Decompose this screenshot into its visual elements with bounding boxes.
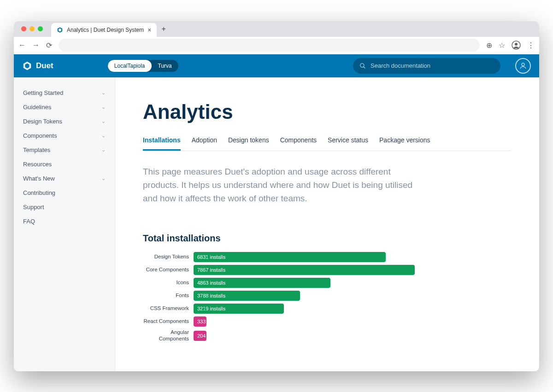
- tab-components[interactable]: Components: [280, 136, 317, 151]
- window-controls: [18, 26, 47, 31]
- favicon-icon: [57, 27, 63, 33]
- chart-bar: 7867 installs: [194, 265, 415, 275]
- tab-installations[interactable]: Installations: [143, 136, 181, 151]
- browser-window: Analytics | Duet Design System × + ← → ⟳…: [14, 21, 539, 371]
- main-content: Analytics InstallationsAdoptionDesign to…: [115, 77, 539, 371]
- search-icon: [359, 63, 366, 69]
- menu-icon[interactable]: ⋮: [527, 41, 535, 50]
- installations-chart: Design Tokens6831 installsCore Component…: [143, 252, 512, 342]
- logo-text: Duet: [36, 61, 53, 70]
- sidebar-item-label: Resources: [23, 161, 52, 168]
- tab-package-versions[interactable]: Package versions: [379, 136, 430, 151]
- maximize-window-icon[interactable]: [38, 26, 43, 31]
- sidebar-item-contributing[interactable]: Contributing: [14, 186, 115, 200]
- browser-tab[interactable]: Analytics | Duet Design System ×: [51, 23, 157, 37]
- reload-icon[interactable]: ⟳: [46, 41, 52, 50]
- close-tab-icon[interactable]: ×: [147, 26, 151, 34]
- sidebar-item-label: Design Tokens: [23, 118, 62, 125]
- chevron-down-icon: ⌄: [101, 133, 106, 139]
- browser-toolbar: ← → ⟳ ⊕ ☆ ⋮: [14, 37, 539, 54]
- chart-bar: 3219 installs: [194, 304, 284, 314]
- sidebar-item-guidelines[interactable]: Guidelines⌄: [14, 100, 115, 114]
- bookmark-icon[interactable]: ☆: [499, 41, 505, 50]
- search-placeholder: Search documentation: [371, 62, 430, 69]
- chart-row: Angular Components204: [143, 329, 512, 342]
- tab-design-tokens[interactable]: Design tokens: [228, 136, 269, 151]
- chart-bar: 204: [194, 331, 206, 341]
- new-tab-button[interactable]: +: [161, 25, 165, 33]
- user-icon: [519, 62, 527, 70]
- tab-adoption[interactable]: Adoption: [192, 136, 217, 151]
- sidebar-item-label: Components: [23, 132, 57, 139]
- chart-row: Design Tokens6831 installs: [143, 252, 512, 262]
- svg-point-4: [522, 63, 524, 66]
- chart-row: Icons4863 installs: [143, 278, 512, 288]
- content-tabs: InstallationsAdoptionDesign tokensCompon…: [143, 136, 512, 151]
- sidebar-item-label: Guidelines: [23, 104, 51, 111]
- sidebar-item-label: Support: [23, 204, 44, 211]
- sidebar-item-label: Templates: [23, 146, 50, 153]
- toggle-localtapiola[interactable]: LocalTapiola: [108, 60, 152, 72]
- chart-bar: 4863 installs: [194, 278, 330, 288]
- minimize-window-icon[interactable]: [29, 26, 35, 31]
- chart-row: React Components333: [143, 316, 512, 327]
- chevron-down-icon: ⌄: [101, 90, 106, 96]
- chevron-down-icon: ⌄: [101, 118, 106, 124]
- sidebar-item-support[interactable]: Support: [14, 200, 115, 214]
- user-avatar[interactable]: [515, 58, 531, 74]
- chart-row: Core Components7867 installs: [143, 265, 512, 275]
- sidebar-item-resources[interactable]: Resources: [14, 157, 115, 171]
- chart-row: CSS Framework3219 installs: [143, 304, 512, 314]
- sidebar-item-design-tokens[interactable]: Design Tokens⌄: [14, 114, 115, 129]
- toggle-turva[interactable]: Turva: [152, 60, 178, 72]
- forward-icon[interactable]: →: [32, 41, 40, 49]
- brand-toggle: LocalTapiola Turva: [108, 60, 178, 72]
- search-input[interactable]: Search documentation: [353, 58, 500, 74]
- chart-category-label: CSS Framework: [143, 305, 194, 312]
- chart-category-label: Fonts: [143, 293, 194, 299]
- sidebar-item-label: What's New: [23, 175, 55, 182]
- close-window-icon[interactable]: [21, 26, 26, 31]
- sidebar-item-faq[interactable]: FAQ: [14, 214, 115, 228]
- logo[interactable]: Duet: [22, 61, 53, 71]
- intro-text: This page measures Duet's adoption and u…: [143, 165, 419, 205]
- chart-category-label: Icons: [143, 280, 194, 286]
- sidebar-item-label: Getting Started: [23, 89, 63, 96]
- page-body: Getting Started⌄Guidelines⌄Design Tokens…: [14, 77, 539, 371]
- sidebar-item-label: Contributing: [23, 189, 55, 196]
- logo-icon: [22, 61, 32, 71]
- chevron-down-icon: ⌄: [101, 147, 106, 153]
- chart-title: Total installations: [143, 233, 512, 244]
- chevron-down-icon: ⌄: [101, 104, 106, 110]
- chart-bar: 3788 installs: [194, 291, 300, 301]
- sidebar-item-getting-started[interactable]: Getting Started⌄: [14, 86, 115, 100]
- chart-category-label: React Components: [143, 318, 194, 325]
- back-icon[interactable]: ←: [18, 41, 26, 49]
- extensions-icon[interactable]: ⊕: [486, 41, 492, 50]
- profile-icon[interactable]: [512, 41, 521, 50]
- sidebar-item-what-s-new[interactable]: What's New⌄: [14, 171, 115, 186]
- chart-category-label: Core Components: [143, 267, 194, 273]
- sidebar-item-components[interactable]: Components⌄: [14, 129, 115, 143]
- sidebar-item-templates[interactable]: Templates⌄: [14, 143, 115, 157]
- browser-tabbar: Analytics | Duet Design System × +: [14, 21, 539, 37]
- svg-line-3: [364, 66, 365, 68]
- tab-service-status[interactable]: Service status: [328, 136, 368, 151]
- page-title: Analytics: [143, 100, 512, 123]
- sidebar-item-label: FAQ: [23, 218, 35, 225]
- address-bar[interactable]: [59, 39, 480, 52]
- chart-category-label: Angular Components: [143, 329, 194, 342]
- svg-point-1: [515, 43, 518, 46]
- chart-category-label: Design Tokens: [143, 254, 194, 260]
- tab-title: Analytics | Duet Design System: [67, 27, 144, 33]
- chart-row: Fonts3788 installs: [143, 291, 512, 301]
- svg-point-2: [360, 63, 364, 67]
- sidebar: Getting Started⌄Guidelines⌄Design Tokens…: [14, 77, 115, 371]
- chevron-down-icon: ⌄: [101, 176, 106, 181]
- chart-bar: 6831 installs: [194, 252, 386, 262]
- chart-bar: 333: [194, 316, 206, 327]
- site-header: Duet LocalTapiola Turva Search documenta…: [14, 54, 539, 77]
